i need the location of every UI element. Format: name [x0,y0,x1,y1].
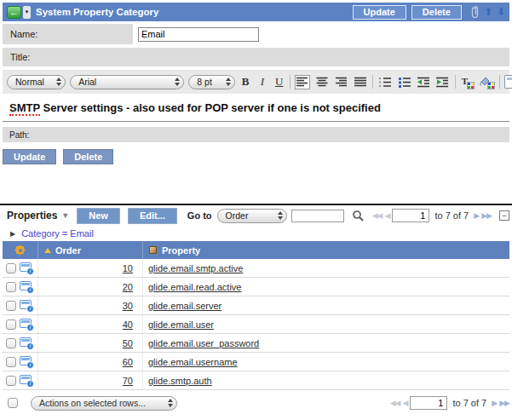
table-row: 20 glide.email.read.active [3,278,509,296]
list-title: Properties [7,210,57,222]
pagination-range-label: to 7 of 7 [452,398,486,408]
search-icon[interactable] [352,210,364,222]
select-all-checkbox[interactable] [8,398,18,408]
collapse-list-icon[interactable]: − [499,210,509,221]
align-left-icon[interactable] [295,75,310,89]
row-checkbox[interactable] [6,338,16,348]
header-update-button[interactable]: Update [353,5,406,20]
form-update-button[interactable]: Update [3,149,56,164]
goto-field-select[interactable]: Order [217,209,287,223]
header-delete-button[interactable]: Delete [411,5,462,20]
order-link[interactable]: 60 [123,357,133,367]
first-page-icon[interactable]: ◀◀ [390,399,400,407]
row-checkbox[interactable] [6,301,16,311]
record-preview-icon[interactable] [20,281,34,293]
next-page-icon[interactable]: ▶ [474,211,479,220]
breadcrumb-filter-link[interactable]: Category = Email [21,228,94,239]
paragraph-format-value: Normal [15,77,44,87]
property-link[interactable]: glide.email.server [148,301,221,311]
align-center-icon[interactable] [314,75,330,89]
order-link[interactable]: 20 [123,282,133,292]
insert-table-icon[interactable] [504,75,512,89]
page-number-input[interactable] [392,209,429,222]
paragraph-format-select[interactable]: Normal [7,75,66,89]
richtext-content[interactable]: SMTP Server settings - also used for POP… [3,94,509,122]
italic-button[interactable]: I [256,75,268,89]
pagination-range-label: to 7 of 7 [434,210,469,221]
next-page-icon[interactable]: ▶ [492,399,497,407]
order-link[interactable]: 10 [123,263,133,273]
table-row: 30 glide.email.server [3,296,509,315]
record-preview-icon[interactable] [20,262,34,274]
font-color-icon[interactable] [460,75,475,89]
property-link[interactable]: glide.email.user_password [148,338,259,348]
form-context-menu-caret-icon[interactable]: ▼ [23,6,31,19]
name-input[interactable] [138,27,259,42]
outdent-icon[interactable] [416,75,431,89]
align-justify-icon[interactable] [353,75,368,89]
row-checkbox[interactable] [6,282,16,292]
actions-select[interactable]: Actions on selected rows... [31,396,177,411]
order-link[interactable]: 30 [123,301,133,311]
table-row: 50 glide.email.user_password [3,334,509,353]
prev-page-icon[interactable]: ◀ [403,399,408,407]
prev-page-icon[interactable]: ◀ [385,211,390,220]
column-header-order[interactable]: Order [38,241,143,259]
goto-label: Go to [187,210,212,221]
list-title-menu[interactable]: Properties ▼ [7,210,69,222]
table-row: 10 glide.email.smtp.active [3,259,509,278]
column-header-property[interactable]: Property [143,241,509,259]
font-name-select[interactable]: Arial [70,75,184,89]
property-column-label: Property [162,245,200,256]
property-link[interactable]: glide.email.user [148,319,214,330]
scroll-down-arrow-icon[interactable]: ⬇ [497,7,505,17]
edit-button[interactable]: Edit... [128,208,177,224]
table-row: 70 glide.smtp.auth [3,371,509,390]
select-stepper-icon [226,78,231,86]
row-checkbox[interactable] [6,376,16,386]
bold-button[interactable]: B [239,75,252,89]
record-preview-icon[interactable] [20,375,34,387]
select-stepper-icon [175,78,180,86]
row-checkbox[interactable] [6,319,16,330]
row-checkbox[interactable] [6,263,16,273]
order-link[interactable]: 50 [123,338,133,348]
record-preview-icon[interactable] [20,319,34,331]
color-swatch-icon [467,82,475,89]
form-title-bar: ← ▼ System Property Category Update Dele… [3,3,509,21]
bullet-list-icon[interactable] [397,75,412,89]
table-row: 40 glide.email.user [3,315,509,334]
property-link[interactable]: glide.smtp.auth [148,376,212,386]
page-number-input[interactable] [410,396,447,410]
gear-icon[interactable] [16,246,24,254]
record-preview-icon[interactable] [20,356,34,368]
form-delete-button[interactable]: Delete [63,149,113,164]
underline-button[interactable]: U [273,75,285,89]
property-link[interactable]: glide.email.read.active [148,282,241,292]
new-button[interactable]: New [77,208,120,224]
last-page-icon[interactable]: ▶▶ [499,399,509,407]
scroll-up-arrow-icon[interactable]: ⬆ [484,7,492,17]
goto-search-input[interactable] [291,210,344,222]
align-right-icon[interactable] [333,75,348,89]
row-checkbox[interactable] [6,357,16,367]
first-page-icon[interactable]: ◀◀ [372,211,383,220]
title-label: Title: [3,48,509,66]
order-link[interactable]: 40 [123,319,133,330]
attachment-paperclip-icon[interactable] [470,5,480,19]
last-page-icon[interactable]: ▶▶ [481,211,492,220]
font-size-select[interactable]: 8 pt [188,75,234,89]
back-button[interactable]: ← [7,6,21,19]
property-link[interactable]: glide.email.username [148,357,238,367]
breadcrumb: ▶ Category = Email [3,226,509,241]
numbered-list-icon[interactable] [377,75,393,89]
breadcrumb-arrow-icon[interactable]: ▶ [10,230,15,238]
order-column-label: Order [55,245,81,256]
order-link[interactable]: 70 [123,376,133,386]
indent-icon[interactable] [435,75,451,89]
record-preview-icon[interactable] [20,337,34,349]
toolbar-separator [499,75,500,89]
property-link[interactable]: glide.email.smtp.active [148,263,243,273]
record-preview-icon[interactable] [20,300,34,312]
highlight-color-icon[interactable] [479,75,495,89]
